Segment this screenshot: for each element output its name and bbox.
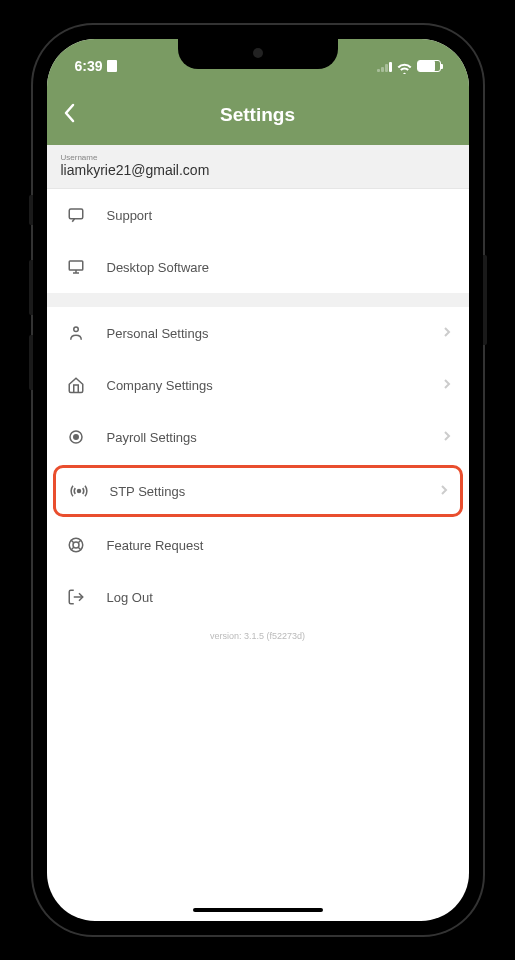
menu-item-payroll[interactable]: Payroll Settings xyxy=(47,411,469,463)
header: Settings xyxy=(47,85,469,145)
home-indicator[interactable] xyxy=(193,908,323,913)
status-time: 6:39 xyxy=(75,58,103,74)
sim-icon xyxy=(107,60,117,72)
menu-item-label: Support xyxy=(107,208,451,223)
section-divider xyxy=(47,293,469,307)
back-button[interactable] xyxy=(63,103,75,127)
person-icon xyxy=(65,322,87,344)
version-text: version: 3.1.5 (f52273d) xyxy=(47,623,469,661)
menu-item-label: Personal Settings xyxy=(107,326,443,341)
menu-item-feature-request[interactable]: Feature Request xyxy=(47,519,469,571)
lifesaver-icon xyxy=(65,534,87,556)
svg-point-6 xyxy=(73,435,78,440)
menu-item-logout[interactable]: Log Out xyxy=(47,571,469,623)
svg-line-13 xyxy=(78,547,81,550)
chat-icon xyxy=(65,204,87,226)
menu-item-stp[interactable]: STP Settings xyxy=(53,465,463,517)
notch xyxy=(178,39,338,69)
svg-point-4 xyxy=(73,327,78,332)
username-value: liamkyrie21@gmail.com xyxy=(61,162,455,178)
signal-icon xyxy=(377,61,392,72)
username-block: Username liamkyrie21@gmail.com xyxy=(47,145,469,189)
svg-line-12 xyxy=(70,547,73,550)
home-icon xyxy=(65,374,87,396)
menu-item-desktop[interactable]: Desktop Software xyxy=(47,241,469,293)
target-icon xyxy=(65,426,87,448)
menu-item-label: Log Out xyxy=(107,590,451,605)
chevron-right-icon xyxy=(443,324,451,342)
menu-item-personal[interactable]: Personal Settings xyxy=(47,307,469,359)
phone-frame: 6:39 Settings Username xyxy=(33,25,483,935)
menu-item-label: Payroll Settings xyxy=(107,430,443,445)
menu-item-label: Company Settings xyxy=(107,378,443,393)
logout-icon xyxy=(65,586,87,608)
svg-line-11 xyxy=(78,540,81,543)
svg-point-7 xyxy=(77,490,80,493)
menu-item-support[interactable]: Support xyxy=(47,189,469,241)
menu-item-label: STP Settings xyxy=(110,484,440,499)
chevron-right-icon xyxy=(440,482,448,500)
menu-item-label: Feature Request xyxy=(107,538,451,553)
page-title: Settings xyxy=(220,104,295,126)
username-label: Username xyxy=(61,153,455,162)
chevron-right-icon xyxy=(443,376,451,394)
broadcast-icon xyxy=(68,480,90,502)
menu-item-company[interactable]: Company Settings xyxy=(47,359,469,411)
svg-rect-1 xyxy=(69,261,83,270)
chevron-right-icon xyxy=(443,428,451,446)
monitor-icon xyxy=(65,256,87,278)
svg-rect-0 xyxy=(69,209,83,219)
svg-line-10 xyxy=(70,540,73,543)
svg-point-9 xyxy=(73,542,79,548)
menu-item-label: Desktop Software xyxy=(107,260,451,275)
battery-icon xyxy=(417,60,441,72)
wifi-icon xyxy=(397,61,412,72)
screen: 6:39 Settings Username xyxy=(47,39,469,921)
